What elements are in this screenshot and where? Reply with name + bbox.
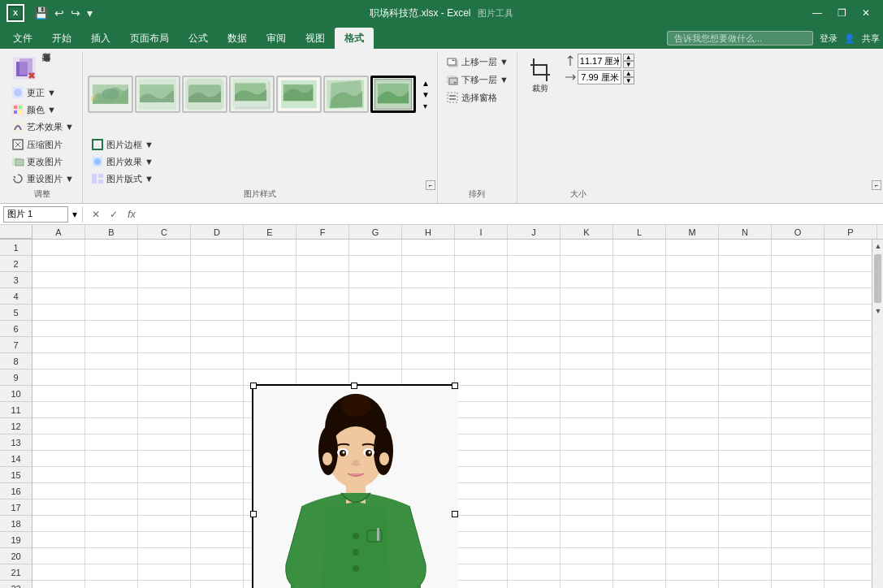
cell-L20[interactable] <box>613 548 666 564</box>
row-7[interactable]: 7 <box>0 337 32 353</box>
cell-P14[interactable] <box>825 451 872 466</box>
col-header-N[interactable]: N <box>719 225 772 239</box>
close-button[interactable]: ✕ <box>855 5 877 21</box>
cell-O13[interactable] <box>772 435 825 450</box>
cell-H3[interactable] <box>402 272 455 288</box>
cell-I5[interactable] <box>455 305 508 320</box>
login-button[interactable]: 登录 <box>820 32 838 45</box>
cell-B20[interactable] <box>85 548 138 564</box>
cell-J21[interactable] <box>508 564 561 580</box>
compress-picture-button[interactable]: 压缩图片 <box>8 136 77 153</box>
cell-J16[interactable] <box>508 483 561 499</box>
cell-F4[interactable] <box>296 288 349 304</box>
cell-L13[interactable] <box>613 435 666 450</box>
handle-tl[interactable] <box>250 383 257 389</box>
cell-N4[interactable] <box>719 288 772 304</box>
cell-N19[interactable] <box>719 532 772 547</box>
cell-A21[interactable] <box>32 564 85 580</box>
cell-P10[interactable] <box>825 386 872 401</box>
cell-E8[interactable] <box>244 353 296 369</box>
cell-C8[interactable] <box>138 353 191 369</box>
cell-H7[interactable] <box>402 337 455 352</box>
cell-F3[interactable] <box>296 272 349 288</box>
cell-M19[interactable] <box>666 532 719 547</box>
cell-M8[interactable] <box>666 353 719 369</box>
cell-I14[interactable] <box>455 451 508 466</box>
cell-M18[interactable] <box>666 516 719 531</box>
col-header-O[interactable]: O <box>772 225 825 239</box>
cell-M17[interactable] <box>666 499 719 515</box>
cell-K16[interactable] <box>561 483 613 499</box>
picture-layout-button[interactable]: 图片版式▼ <box>88 171 432 187</box>
cell-M7[interactable] <box>666 337 719 352</box>
cell-O4[interactable] <box>772 288 825 304</box>
row-19[interactable]: 19 <box>0 532 32 548</box>
correct-button[interactable]: 更正▼ <box>8 84 77 101</box>
cell-N20[interactable] <box>719 548 772 564</box>
undo-button[interactable]: ↩ <box>53 5 66 21</box>
cell-L17[interactable] <box>613 499 666 515</box>
cell-I19[interactable] <box>455 532 508 547</box>
cell-I1[interactable] <box>455 240 508 255</box>
cell-N14[interactable] <box>719 451 772 466</box>
cell-F6[interactable] <box>296 321 349 336</box>
formula-input[interactable] <box>143 206 880 223</box>
customize-qa-button[interactable]: ▾ <box>85 5 94 21</box>
size-group-expand[interactable]: ⌐ <box>872 180 881 190</box>
cell-N16[interactable] <box>719 483 772 499</box>
cell-C19[interactable] <box>138 532 191 547</box>
cell-B16[interactable] <box>85 483 138 499</box>
cell-N22[interactable] <box>719 581 772 588</box>
cell-J10[interactable] <box>508 386 561 401</box>
cell-C17[interactable] <box>138 499 191 515</box>
cell-K7[interactable] <box>561 337 613 352</box>
cell-L11[interactable] <box>613 402 666 417</box>
cell-I11[interactable] <box>455 402 508 417</box>
cell-P18[interactable] <box>825 516 872 531</box>
styles-scroll-down[interactable]: ▼ <box>419 89 432 100</box>
cell-M16[interactable] <box>666 483 719 499</box>
cell-C10[interactable] <box>138 386 191 401</box>
cell-M11[interactable] <box>666 402 719 417</box>
row-18[interactable]: 18 <box>0 516 32 532</box>
cell-G1[interactable] <box>349 240 402 255</box>
cell-P8[interactable] <box>825 353 872 369</box>
cell-G8[interactable] <box>349 353 402 369</box>
col-header-M[interactable]: M <box>666 225 719 239</box>
cell-P5[interactable] <box>825 305 872 320</box>
cell-O9[interactable] <box>772 370 825 385</box>
cell-K13[interactable] <box>561 435 613 450</box>
cell-J15[interactable] <box>508 467 561 482</box>
fx-button[interactable]: fx <box>123 206 140 223</box>
cell-D7[interactable] <box>191 337 244 352</box>
cell-B5[interactable] <box>85 305 138 320</box>
cell-L9[interactable] <box>613 370 666 385</box>
cell-J18[interactable] <box>508 516 561 531</box>
cell-P11[interactable] <box>825 402 872 417</box>
cell-O6[interactable] <box>772 321 825 336</box>
cell-D22[interactable] <box>191 581 244 588</box>
styles-scroll-more[interactable]: ▾ <box>419 100 432 111</box>
cell-O2[interactable] <box>772 256 825 271</box>
cell-O1[interactable] <box>772 240 825 255</box>
cell-I10[interactable] <box>455 386 508 401</box>
scroll-thumb-v[interactable] <box>874 254 881 303</box>
cell-D12[interactable] <box>191 418 244 434</box>
cell-B2[interactable] <box>85 256 138 271</box>
cell-P12[interactable] <box>825 418 872 434</box>
cell-J20[interactable] <box>508 548 561 564</box>
cell-B18[interactable] <box>85 516 138 531</box>
cell-M10[interactable] <box>666 386 719 401</box>
cell-L8[interactable] <box>613 353 666 369</box>
cell-C11[interactable] <box>138 402 191 417</box>
cell-B13[interactable] <box>85 435 138 450</box>
cell-A16[interactable] <box>32 483 85 499</box>
confirm-formula-button[interactable]: ✓ <box>106 206 122 223</box>
row-22[interactable]: 22 <box>0 581 32 588</box>
cell-C1[interactable] <box>138 240 191 255</box>
cell-I22[interactable] <box>455 581 508 588</box>
cell-L12[interactable] <box>613 418 666 434</box>
cell-N11[interactable] <box>719 402 772 417</box>
cell-J7[interactable] <box>508 337 561 352</box>
cell-B6[interactable] <box>85 321 138 336</box>
